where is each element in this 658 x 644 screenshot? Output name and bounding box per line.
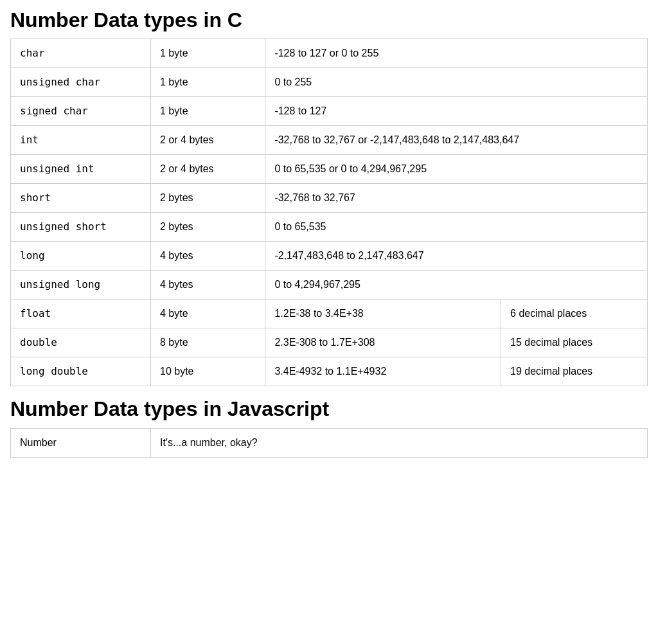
type-cell: unsigned long [11, 271, 151, 300]
table-row: unsigned long 4 bytes 0 to 4,294,967,295 [11, 271, 648, 300]
type-cell: signed char [11, 97, 151, 126]
table-row: char 1 byte -128 to 127 or 0 to 255 [11, 39, 648, 68]
size-cell: 4 bytes [151, 271, 265, 300]
size-cell: 2 bytes [151, 184, 265, 213]
size-cell: 10 byte [151, 357, 265, 386]
range-cell: -32,768 to 32,767 or -2,147,483,648 to 2… [265, 126, 648, 155]
table-row: double 8 byte 2.3E-308 to 1.7E+308 15 de… [11, 328, 648, 357]
range-cell: 2.3E-308 to 1.7E+308 [265, 328, 501, 357]
js-data-types-table: Number It's...a number, okay? [10, 428, 648, 458]
size-cell: 8 byte [151, 328, 265, 357]
table-row: unsigned int 2 or 4 bytes 0 to 65,535 or… [11, 155, 648, 184]
size-cell: 2 or 4 bytes [151, 155, 265, 184]
range-cell: -2,147,483,648 to 2,147,483,647 [265, 242, 648, 271]
range-cell: 3.4E-4932 to 1.1E+4932 [265, 357, 501, 386]
size-cell: 4 bytes [151, 242, 265, 271]
range-cell: -32,768 to 32,767 [265, 184, 648, 213]
type-cell: Number [11, 428, 151, 457]
range-cell: 0 to 65,535 or 0 to 4,294,967,295 [265, 155, 648, 184]
range-cell: 0 to 255 [265, 68, 648, 97]
size-cell: 1 byte [151, 97, 265, 126]
description-cell: It's...a number, okay? [151, 428, 648, 457]
type-cell: unsigned int [11, 155, 151, 184]
type-cell: long double [11, 357, 151, 386]
table-row: long 4 bytes -2,147,483,648 to 2,147,483… [11, 242, 648, 271]
table-row: Number It's...a number, okay? [11, 428, 648, 457]
type-cell: int [11, 126, 151, 155]
type-cell: unsigned char [11, 68, 151, 97]
range-cell: 0 to 65,535 [265, 213, 648, 242]
table-row: float 4 byte 1.2E-38 to 3.4E+38 6 decima… [11, 300, 648, 328]
table-row: short 2 bytes -32,768 to 32,767 [11, 184, 648, 213]
range-cell: 0 to 4,294,967,295 [265, 271, 648, 300]
size-cell: 2 bytes [151, 213, 265, 242]
type-cell: double [11, 328, 151, 357]
precision-cell: 19 decimal places [501, 357, 648, 386]
table-row: int 2 or 4 bytes -32,768 to 32,767 or -2… [11, 126, 648, 155]
size-cell: 4 byte [151, 300, 265, 328]
range-cell: 1.2E-38 to 3.4E+38 [265, 300, 501, 328]
type-cell: char [11, 39, 151, 68]
table-row: unsigned char 1 byte 0 to 255 [11, 68, 648, 97]
table-row: long double 10 byte 3.4E-4932 to 1.1E+49… [11, 357, 648, 386]
table-row: signed char 1 byte -128 to 127 [11, 97, 648, 126]
range-cell: -128 to 127 [265, 97, 648, 126]
js-section-title: Number Data types in Javascript [10, 397, 648, 421]
type-cell: long [11, 242, 151, 271]
size-cell: 1 byte [151, 39, 265, 68]
c-section-title: Number Data types in C [10, 8, 648, 32]
range-cell: -128 to 127 or 0 to 255 [265, 39, 648, 68]
size-cell: 2 or 4 bytes [151, 126, 265, 155]
type-cell: short [11, 184, 151, 213]
precision-cell: 6 decimal places [501, 300, 648, 328]
size-cell: 1 byte [151, 68, 265, 97]
c-data-types-table: char 1 byte -128 to 127 or 0 to 255 unsi… [10, 39, 648, 386]
precision-cell: 15 decimal places [501, 328, 648, 357]
type-cell: unsigned short [11, 213, 151, 242]
type-cell: float [11, 300, 151, 328]
table-row: unsigned short 2 bytes 0 to 65,535 [11, 213, 648, 242]
